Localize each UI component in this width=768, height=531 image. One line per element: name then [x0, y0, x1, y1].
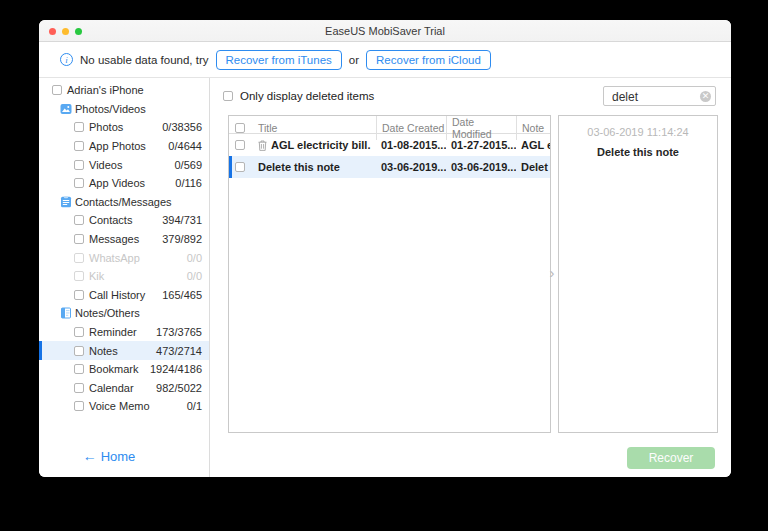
- notes-icon: [60, 307, 72, 319]
- preview-timestamp: 03-06-2019 11:14:24: [559, 126, 717, 138]
- sidebar-item-voice-memo[interactable]: Voice Memo 0/1: [39, 397, 209, 416]
- sidebar-item-call-history[interactable]: Call History 165/465: [39, 286, 209, 305]
- item-count: 1924/4186: [150, 363, 209, 375]
- group-label: Photos/Videos: [75, 103, 146, 115]
- only-deleted-filter[interactable]: Only display deleted items: [223, 90, 374, 102]
- contacts-icon: [60, 196, 72, 208]
- home-button[interactable]: ←Home: [39, 448, 194, 464]
- app-videos-checkbox[interactable]: [74, 178, 84, 188]
- traffic-lights: [49, 20, 82, 42]
- photos-checkbox[interactable]: [74, 122, 84, 132]
- minimize-window-button[interactable]: [62, 28, 69, 35]
- group-label: Contacts/Messages: [75, 196, 172, 208]
- notes-checkbox[interactable]: [74, 346, 84, 356]
- item-count: 0/569: [174, 159, 209, 171]
- app-photos-checkbox[interactable]: [74, 141, 84, 151]
- item-count: 982/5022: [156, 382, 209, 394]
- item-count: 379/892: [162, 233, 209, 245]
- clear-search-icon[interactable]: ✕: [700, 91, 711, 102]
- contacts-checkbox[interactable]: [74, 215, 84, 225]
- sidebar-group-notes-others[interactable]: Notes/Others: [39, 304, 209, 323]
- window-title: EaseUS MobiSaver Trial: [325, 25, 445, 37]
- sidebar-item-reminder[interactable]: Reminder 173/3765: [39, 323, 209, 342]
- sidebar-item-messages[interactable]: Messages 379/892: [39, 230, 209, 249]
- calendar-checkbox[interactable]: [74, 383, 84, 393]
- sidebar-item-app-photos[interactable]: App Photos 0/4644: [39, 137, 209, 156]
- info-icon: i: [60, 53, 73, 66]
- sidebar-group-photos-videos[interactable]: Photos/Videos: [39, 100, 209, 119]
- row-checkbox[interactable]: [235, 140, 245, 150]
- sidebar-item-videos[interactable]: Videos 0/569: [39, 155, 209, 174]
- group-label: Notes/Others: [75, 307, 140, 319]
- sidebar-item-bookmark[interactable]: Bookmark 1924/4186: [39, 360, 209, 379]
- search-box: ✕: [603, 86, 716, 106]
- row-date-modified: 03-06-2019...: [446, 161, 516, 173]
- sidebar-group-contacts-messages[interactable]: Contacts/Messages: [39, 193, 209, 212]
- recover-button[interactable]: Recover: [627, 447, 715, 469]
- app-window: EaseUS MobiSaver Trial i No usable data …: [39, 20, 731, 477]
- sidebar-item-whatsapp[interactable]: WhatsApp 0/0: [39, 248, 209, 267]
- device-label: Adrian's iPhone: [67, 84, 144, 96]
- row-date-modified: 01-27-2015...: [446, 139, 516, 151]
- row-title: Delete this note: [258, 161, 340, 173]
- voice-memo-checkbox[interactable]: [74, 401, 84, 411]
- row-date-created: 01-08-2015...: [376, 139, 446, 151]
- item-count: 0/116: [175, 177, 209, 189]
- reminder-checkbox[interactable]: [74, 327, 84, 337]
- recover-from-itunes-button[interactable]: Recover from iTunes: [216, 50, 342, 70]
- item-count: 0/0: [187, 252, 209, 264]
- row-checkbox[interactable]: [235, 162, 245, 172]
- photos-icon: [60, 103, 72, 115]
- sidebar-item-device[interactable]: Adrian's iPhone: [39, 81, 209, 100]
- row-date-created: 03-06-2019...: [376, 161, 446, 173]
- item-count: 473/2714: [156, 345, 209, 357]
- bookmark-checkbox[interactable]: [74, 364, 84, 374]
- zoom-window-button[interactable]: [75, 28, 82, 35]
- item-count: 0/4644: [168, 140, 209, 152]
- collapse-panel-icon[interactable]: ›: [546, 263, 558, 283]
- item-count: 0/38356: [162, 121, 209, 133]
- category-tree: Adrian's iPhone Photos/Videos Photos 0/3…: [39, 78, 209, 416]
- device-checkbox[interactable]: [52, 85, 62, 95]
- search-input[interactable]: [604, 88, 694, 106]
- call-history-checkbox[interactable]: [74, 290, 84, 300]
- item-count: 394/731: [162, 214, 209, 226]
- row-note: AGL e: [516, 139, 550, 151]
- sidebar-item-contacts[interactable]: Contacts 394/731: [39, 211, 209, 230]
- sidebar-item-kik[interactable]: Kik 0/0: [39, 267, 209, 286]
- videos-checkbox[interactable]: [74, 160, 84, 170]
- table-header: Title Date Created Date Modified Note: [229, 116, 550, 134]
- sidebar: Adrian's iPhone Photos/Videos Photos 0/3…: [39, 78, 210, 477]
- kik-checkbox[interactable]: [74, 271, 84, 281]
- preview-title: Delete this note: [559, 146, 717, 158]
- screen: EaseUS MobiSaver Trial i No usable data …: [0, 0, 768, 531]
- home-label: Home: [101, 449, 136, 464]
- results-table: Title Date Created Date Modified Note AG…: [228, 115, 551, 433]
- app-body: Adrian's iPhone Photos/Videos Photos 0/3…: [39, 78, 731, 477]
- sidebar-item-photos[interactable]: Photos 0/38356: [39, 118, 209, 137]
- sidebar-item-calendar[interactable]: Calendar 982/5022: [39, 379, 209, 398]
- info-message: No usable data found, try: [80, 54, 209, 66]
- sidebar-item-notes[interactable]: Notes 473/2714: [39, 341, 209, 360]
- info-bar: i No usable data found, try Recover from…: [39, 42, 731, 78]
- table-row[interactable]: Delete this note 03-06-2019... 03-06-201…: [229, 156, 550, 178]
- only-deleted-checkbox[interactable]: [223, 91, 233, 101]
- whatsapp-checkbox[interactable]: [74, 253, 84, 263]
- main-area: Only display deleted items ✕ Title Date …: [210, 78, 731, 477]
- item-count: 0/1: [187, 400, 209, 412]
- recover-from-icloud-button[interactable]: Recover from iCloud: [366, 50, 491, 70]
- close-window-button[interactable]: [49, 28, 56, 35]
- item-count: 173/3765: [156, 326, 209, 338]
- select-all-checkbox[interactable]: [235, 123, 245, 133]
- or-label: or: [349, 54, 359, 66]
- row-note: Delet: [516, 161, 550, 173]
- back-arrow-icon: ←: [83, 448, 97, 464]
- titlebar: EaseUS MobiSaver Trial: [39, 20, 731, 42]
- table-row[interactable]: AGL electricity bill. 01-08-2015... 01-2…: [229, 134, 550, 156]
- item-count: 0/0: [187, 270, 209, 282]
- preview-panel: 03-06-2019 11:14:24 Delete this note: [558, 115, 718, 433]
- messages-checkbox[interactable]: [74, 234, 84, 244]
- sidebar-item-app-videos[interactable]: App Videos 0/116: [39, 174, 209, 193]
- row-title: AGL electricity bill.: [271, 139, 370, 151]
- item-count: 165/465: [162, 289, 209, 301]
